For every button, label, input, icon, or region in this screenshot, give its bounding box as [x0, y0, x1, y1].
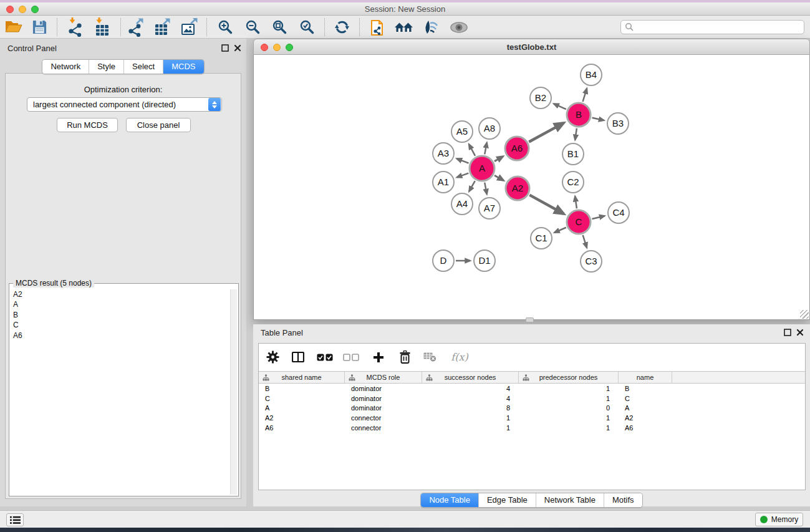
graph-node-A7[interactable]: A7: [479, 198, 500, 219]
run-mcds-button[interactable]: Run MCDS: [57, 118, 118, 132]
tab-edge-table[interactable]: Edge Table: [479, 493, 536, 507]
tab-style[interactable]: Style: [89, 60, 124, 74]
graph-node-D1[interactable]: D1: [474, 250, 495, 271]
tab-node-table[interactable]: Node Table: [421, 493, 479, 507]
graph-edge-A-A2[interactable]: [494, 175, 504, 180]
graph-node-B2[interactable]: B2: [530, 87, 551, 109]
graph-edge-C-C1[interactable]: [554, 228, 566, 233]
graph-node-B3[interactable]: B3: [607, 113, 629, 134]
table-row[interactable]: A6connector11A6: [259, 423, 805, 433]
tab-mcds[interactable]: MCDS: [163, 60, 203, 74]
window-resize-grip[interactable]: [800, 310, 809, 319]
close-panel-icon[interactable]: [234, 44, 241, 52]
window-edge-notch[interactable]: [526, 317, 534, 322]
graph-node-A5[interactable]: A5: [451, 121, 473, 142]
close-panel-button[interactable]: Close panel: [126, 118, 191, 132]
mcds-result-item[interactable]: A2: [11, 289, 229, 299]
graph-node-A6[interactable]: A6: [505, 137, 529, 160]
graph-node-C[interactable]: C: [567, 210, 591, 234]
delete-table-icon[interactable]: [422, 349, 439, 366]
criterion-dropdown[interactable]: largest connected component (directed): [27, 97, 222, 112]
table-header-row[interactable]: shared name MCDS role successor nodes pr…: [259, 371, 805, 384]
select-all-columns-icon[interactable]: [316, 349, 334, 366]
save-session-icon[interactable]: [29, 17, 50, 37]
graph-edge-A6-B[interactable]: [529, 123, 564, 142]
graph-node-A4[interactable]: A4: [451, 193, 473, 215]
memory-button[interactable]: Memory: [755, 513, 803, 526]
graph-node-C3[interactable]: C3: [581, 251, 602, 272]
graph-edge-B-B4[interactable]: [583, 89, 587, 102]
task-history-button[interactable]: [6, 513, 24, 526]
graph-edge-A2-C[interactable]: [529, 195, 564, 214]
export-image-icon[interactable]: [179, 17, 200, 37]
graph-node-B1[interactable]: B1: [562, 143, 584, 165]
column-header-predecessor-nodes[interactable]: predecessor nodes: [519, 372, 619, 383]
cytoscape-home-icon[interactable]: [393, 17, 415, 37]
mcds-result-item[interactable]: A: [11, 299, 229, 309]
level-of-detail-eye-icon[interactable]: [448, 17, 470, 37]
network-window-title-bar[interactable]: testGlobe.txt: [253, 39, 810, 55]
zoom-in-icon[interactable]: [215, 17, 236, 37]
table-row[interactable]: Cdominator41C: [259, 394, 805, 404]
result-list-scrollbar[interactable]: [230, 289, 237, 495]
graph-node-A3[interactable]: A3: [433, 143, 454, 164]
export-table-icon[interactable]: [152, 17, 173, 37]
graph-node-A[interactable]: A: [470, 156, 494, 181]
zoom-fit-icon[interactable]: [269, 17, 290, 37]
mcds-result-list[interactable]: A2ABCA6: [11, 289, 229, 495]
graph-edge-B-B1[interactable]: [575, 128, 577, 140]
graph-node-B[interactable]: B: [567, 103, 591, 127]
import-table-icon[interactable]: [92, 17, 113, 37]
delete-column-icon[interactable]: [396, 349, 413, 366]
graph-node-A1[interactable]: A1: [433, 172, 454, 193]
column-header-successor-nodes[interactable]: successor nodes: [422, 372, 519, 383]
graph-node-B4[interactable]: B4: [581, 64, 602, 85]
column-browser-icon[interactable]: [289, 349, 307, 366]
graph-edge-A-A1[interactable]: [457, 173, 469, 178]
graph-edge-C-C4[interactable]: [592, 216, 604, 219]
tab-select[interactable]: Select: [124, 60, 163, 74]
mcds-result-item[interactable]: B: [11, 310, 229, 320]
open-session-icon[interactable]: [3, 17, 24, 37]
zoom-out-icon[interactable]: [242, 17, 263, 37]
graph-edge-C-C3[interactable]: [583, 235, 587, 248]
add-column-icon[interactable]: [370, 349, 387, 366]
graph-edge-A-A4[interactable]: [469, 181, 475, 191]
graph-node-C1[interactable]: C1: [531, 228, 552, 249]
tab-motifs[interactable]: Motifs: [604, 493, 642, 507]
zoom-selected-icon[interactable]: [296, 17, 317, 37]
graph-edge-A-A3[interactable]: [456, 158, 468, 163]
close-table-panel-icon[interactable]: [796, 329, 804, 336]
graph-node-C2[interactable]: C2: [562, 172, 584, 193]
graph-node-D[interactable]: D: [433, 250, 454, 271]
function-builder-icon[interactable]: f(x): [447, 349, 472, 366]
tab-network[interactable]: Network: [42, 60, 89, 74]
import-network-icon[interactable]: [65, 17, 86, 37]
column-header-MCDS-role[interactable]: MCDS role: [345, 372, 422, 383]
search-input[interactable]: [620, 20, 804, 34]
graph-edge-A-A5[interactable]: [469, 144, 475, 156]
table-row[interactable]: Adominator80A: [259, 404, 805, 414]
graph-edge-B-B3[interactable]: [592, 118, 604, 120]
table-row[interactable]: Bdominator41B: [259, 384, 805, 394]
show-graphics-details-icon[interactable]: [420, 17, 441, 37]
export-network-icon[interactable]: [126, 17, 147, 37]
graph-edge-C-C2[interactable]: [575, 196, 577, 208]
apply-preferred-layout-icon[interactable]: [331, 17, 352, 37]
graph-edge-B-B2[interactable]: [554, 104, 566, 109]
mcds-result-item[interactable]: C: [11, 320, 229, 330]
column-header-name[interactable]: name: [619, 372, 672, 383]
float-panel-icon[interactable]: [221, 44, 229, 52]
graph-edge-A-A8[interactable]: [485, 143, 487, 155]
table-options-gear-icon[interactable]: [264, 349, 281, 366]
network-canvas[interactable]: AA1A2A3A4A5A6A7A8BB1B2B3B4CC1C2C3C4DD1: [253, 55, 810, 320]
graph-node-C4[interactable]: C4: [608, 202, 629, 223]
mcds-result-item[interactable]: A6: [11, 331, 229, 341]
graph-node-A2[interactable]: A2: [506, 177, 529, 200]
column-header-shared-name[interactable]: shared name: [259, 372, 345, 383]
tab-network-table[interactable]: Network Table: [536, 493, 604, 507]
new-network-from-selection-icon[interactable]: [369, 17, 390, 37]
table-row[interactable]: A2connector11A2: [259, 414, 805, 423]
deselect-all-columns-icon[interactable]: [342, 349, 360, 366]
network-graph[interactable]: AA1A2A3A4A5A6A7A8BB1B2B3B4CC1C2C3C4DD1: [254, 55, 809, 319]
